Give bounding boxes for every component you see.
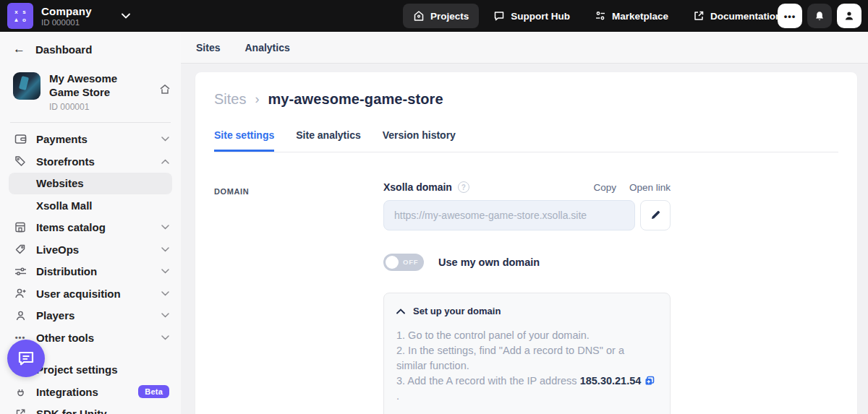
sidebar-item-websites[interactable]: Websites	[9, 173, 172, 195]
sidebar-item-payments[interactable]: Payments	[0, 129, 181, 151]
project-avatar	[13, 72, 41, 100]
beta-badge: Beta	[138, 385, 169, 398]
copy-link[interactable]: Copy	[593, 182, 616, 193]
chevron-down-icon	[161, 269, 169, 274]
nav-projects-label: Projects	[430, 11, 469, 22]
own-domain-toggle[interactable]: OFF	[383, 254, 424, 271]
back-to-dashboard[interactable]: ← Dashboard	[0, 32, 181, 56]
page-title: my-awesome-game-store	[268, 91, 443, 108]
company-id: ID 000001	[41, 18, 92, 27]
edit-domain-button[interactable]	[640, 200, 671, 230]
ellipsis-icon: •••	[784, 12, 796, 21]
project-switcher[interactable]: My Awesome Game Store ID 000001	[0, 56, 181, 112]
setup-domain-panel: Set up your domain 1. Go to the control …	[383, 293, 671, 414]
chevron-up-icon	[161, 159, 169, 164]
open-link[interactable]: Open link	[629, 182, 671, 193]
sidebar-item-integrations[interactable]: Integrations Beta	[0, 381, 181, 403]
sidebar-item-storefronts[interactable]: Storefronts	[0, 150, 181, 173]
pencil-icon	[650, 210, 661, 221]
user-icon	[843, 10, 855, 22]
own-domain-label: Use my own domain	[438, 256, 540, 268]
sidebar-item-user-acquisition[interactable]: User acquisition	[0, 283, 181, 305]
home-icon	[413, 10, 425, 22]
dashboard-label: Dashboard	[35, 43, 92, 56]
chat-icon	[17, 350, 35, 367]
sidebar-item-sdk-for-unity[interactable]: SDK for Unity	[0, 403, 181, 414]
top-bar: xs▲o Company ID 000001 Projects Support …	[0, 0, 868, 32]
setup-step-2: 2. In the settings, find "Add a record t…	[396, 343, 655, 374]
home-icon[interactable]	[159, 84, 171, 95]
tab-version-history[interactable]: Version history	[383, 129, 456, 152]
setup-panel-title: Set up your domain	[413, 306, 501, 316]
person-icon	[13, 310, 27, 322]
plug-icon	[13, 387, 27, 397]
domain-section: DOMAIN Xsolla domain ? Copy Open link	[214, 181, 838, 414]
setup-steps: 1. Go to the control panel of your domai…	[396, 328, 655, 404]
workspace-tabs: Sites Analytics	[181, 32, 868, 64]
xsolla-logo-icon: xs▲o	[7, 3, 33, 29]
topbar-actions: •••	[778, 4, 861, 28]
more-options-button[interactable]: •••	[778, 4, 802, 28]
tab-analytics[interactable]: Analytics	[244, 42, 289, 53]
setup-step-3: 3. Add the A record with the IP address …	[396, 374, 655, 404]
xsolla-domain-label: Xsolla domain	[383, 181, 452, 193]
chevron-up-icon	[396, 309, 405, 314]
breadcrumb-sites-link[interactable]: Sites	[214, 91, 246, 108]
support-chat-button[interactable]	[7, 340, 45, 377]
chevron-down-icon	[161, 225, 169, 230]
project-id: ID 000001	[49, 102, 150, 112]
xsolla-domain-input[interactable]	[383, 200, 635, 230]
external-link-icon	[13, 408, 27, 414]
tag-icon	[13, 155, 27, 167]
tune-icon	[595, 10, 606, 22]
sidebar-divider	[10, 122, 171, 123]
domain-section-label: DOMAIN	[214, 187, 249, 196]
chevron-down-icon	[161, 335, 169, 340]
chevron-down-icon	[161, 313, 169, 318]
own-domain-toggle-row: OFF Use my own domain	[383, 254, 671, 271]
company-switcher[interactable]: xs▲o Company ID 000001	[0, 3, 130, 29]
sliders-icon	[13, 267, 27, 276]
sidebar-item-liveops[interactable]: LiveOps	[0, 238, 181, 261]
toggle-knob	[386, 256, 399, 269]
nav-support-hub-label: Support Hub	[511, 11, 570, 22]
site-settings-card: Sites › my-awesome-game-store Site setti…	[195, 72, 857, 414]
sidebar-item-players[interactable]: Players	[0, 305, 181, 327]
chevron-down-icon	[161, 137, 169, 142]
back-arrow-icon: ←	[13, 42, 25, 56]
tab-site-analytics[interactable]: Site analytics	[296, 129, 361, 152]
person-plus-icon	[13, 288, 27, 299]
copy-ip-icon[interactable]	[644, 376, 655, 386]
nav-documentation[interactable]: Documentation	[683, 4, 791, 28]
project-name: My Awesome Game Store	[49, 72, 150, 100]
help-icon[interactable]: ?	[458, 181, 469, 193]
xsolla-domain-header: Xsolla domain ? Copy Open link	[383, 181, 671, 193]
company-name: Company	[41, 5, 92, 17]
nav-marketplace[interactable]: Marketplace	[584, 4, 678, 28]
sidebar-item-xsolla-mall[interactable]: Xsolla Mall	[9, 194, 172, 217]
nav-support-hub[interactable]: Support Hub	[483, 4, 580, 28]
toggle-state: OFF	[403, 258, 418, 266]
tab-sites[interactable]: Sites	[196, 42, 220, 53]
chevron-right-icon: ›	[255, 92, 259, 107]
external-link-icon	[693, 10, 705, 22]
company-info: Company ID 000001	[41, 5, 92, 27]
setup-step-1: 1. Go to the control panel of your domai…	[396, 328, 655, 343]
notifications-button[interactable]	[807, 4, 832, 28]
nav-documentation-label: Documentation	[710, 11, 781, 22]
tab-site-settings[interactable]: Site settings	[214, 129, 274, 152]
nav-marketplace-label: Marketplace	[612, 11, 668, 22]
sidebar-item-items-catalog[interactable]: Items catalog	[0, 217, 181, 239]
wallet-icon	[13, 134, 27, 145]
sidebar-item-distribution[interactable]: Distribution	[0, 261, 181, 283]
chevron-down-icon[interactable]	[122, 13, 130, 19]
chevron-down-icon	[161, 247, 169, 252]
setup-panel-header[interactable]: Set up your domain	[396, 306, 655, 316]
site-tabs: Site settings Site analytics Version his…	[214, 129, 838, 152]
tag-icon	[13, 243, 27, 255]
main-area: Sites Analytics Sites › my-awesome-game-…	[181, 32, 868, 414]
account-button[interactable]	[837, 4, 861, 28]
bell-icon	[814, 10, 825, 22]
shop-icon	[13, 222, 27, 233]
nav-projects[interactable]: Projects	[403, 4, 479, 28]
